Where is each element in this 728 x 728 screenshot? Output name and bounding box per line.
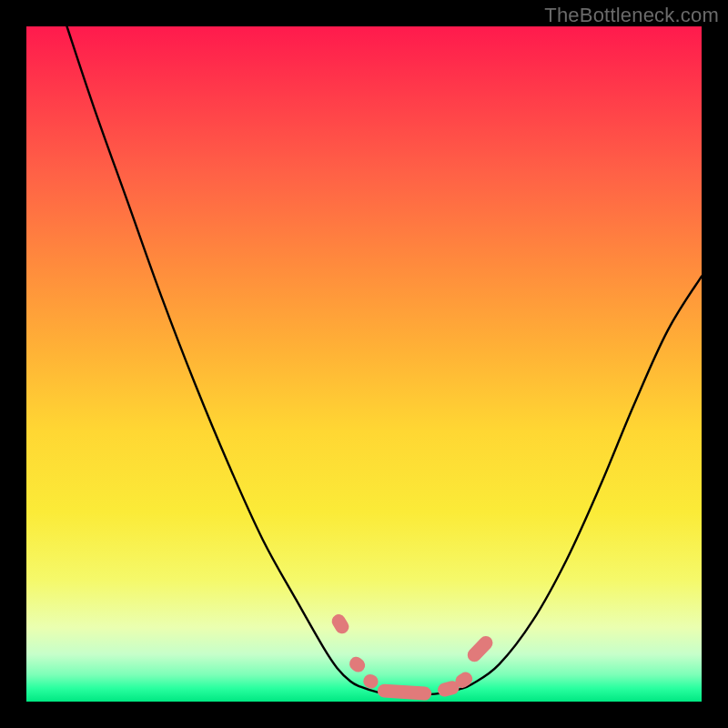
bottleneck-curve-path	[67, 26, 702, 695]
watermark-text: TheBottleneck.com	[544, 4, 719, 27]
valley-bead	[329, 612, 351, 636]
valley-bead	[347, 654, 368, 675]
bead-capsule	[377, 683, 431, 701]
bead-capsule	[347, 654, 368, 675]
valley-beads-group	[329, 612, 496, 701]
valley-bead	[377, 683, 431, 701]
bead-capsule	[329, 612, 351, 636]
outer-frame: TheBottleneck.com	[0, 0, 728, 728]
plot-gradient-area	[26, 26, 702, 702]
valley-bead	[465, 633, 496, 664]
bottleneck-curve-svg	[26, 26, 702, 702]
bead-capsule	[465, 633, 496, 664]
